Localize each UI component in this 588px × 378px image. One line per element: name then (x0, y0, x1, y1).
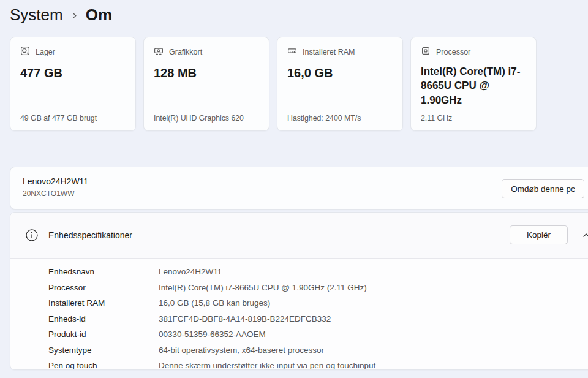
storage-card-header: Lager (20, 46, 126, 58)
gpu-icon (154, 46, 164, 58)
table-row: Processor Intel(R) Core(TM) i7-8665U CPU… (10, 280, 588, 296)
processor-card-value: Intel(R) Core(TM) i7-8665U CPU @ 1.90GHz (421, 64, 526, 107)
storage-card: Lager 477 GB 49 GB af 477 GB brugt (10, 37, 136, 131)
rename-pc-button[interactable]: Omdøb denne pc (502, 179, 584, 198)
info-icon (25, 229, 39, 244)
device-name: Lenovo24H2W11 (23, 176, 88, 186)
spec-value: Denne skærm understøtter ikke input via … (159, 361, 375, 370)
graphics-card-value: 128 MB (154, 66, 259, 80)
spec-value: 381FCF4D-DBF8-4A14-819B-B224EDFCB332 (159, 314, 331, 323)
spec-label: Enheds-id (10, 314, 159, 323)
table-row: Pen og touch Denne skærm understøtter ik… (10, 358, 588, 370)
graphics-card-header: Grafikkort (154, 46, 259, 58)
spec-value: Lenovo24H2W11 (159, 267, 222, 276)
processor-card-label: Processor (436, 48, 470, 56)
spec-label: Pen og touch (10, 361, 159, 370)
storage-icon (20, 46, 30, 58)
processor-card-header: Processor (421, 46, 526, 58)
processor-card: Processor Intel(R) Core(TM) i7-8665U CPU… (410, 37, 537, 131)
spec-value: Intel(R) Core(TM) i7-8665U CPU @ 1.90GHz… (159, 283, 367, 292)
ram-card-label: Installeret RAM (303, 48, 355, 56)
breadcrumb: System Om (10, 2, 112, 27)
chevron-up-icon[interactable] (581, 230, 588, 243)
device-name-bar: Lenovo24H2W11 20NXCTO1WW Omdøb denne pc (10, 167, 588, 210)
graphics-card: Grafikkort 128 MB Intel(R) UHD Graphics … (143, 37, 270, 131)
spec-label: Installeret RAM (10, 298, 159, 308)
table-row: Enheds-id 381FCF4D-DBF8-4A14-819B-B224ED… (10, 311, 588, 327)
spec-label: Produkt-id (10, 330, 159, 339)
table-row: Enhedsnavn Lenovo24H2W11 (10, 264, 588, 280)
breadcrumb-system[interactable]: System (10, 6, 63, 25)
storage-card-caption: 49 GB af 477 GB brugt (20, 114, 128, 123)
storage-card-value: 477 GB (20, 66, 126, 80)
device-specifications-card: Enhedsspecifikationer Kopiér Enhedsnavn … (10, 212, 588, 370)
cpu-icon (421, 46, 431, 58)
spec-value: 64-bit operativsystem, x64-baseret proce… (159, 346, 324, 355)
spec-label: Systemtype (10, 346, 159, 355)
device-specifications-table: Enhedsnavn Lenovo24H2W11 Processor Intel… (10, 259, 588, 370)
table-row: Installeret RAM 16,0 GB (15,8 GB kan bru… (10, 295, 588, 311)
graphics-card-caption: Intel(R) UHD Graphics 620 (154, 114, 262, 123)
spec-label: Enhedsnavn (10, 267, 159, 276)
table-row: Produkt-id 00330-51359-66352-AAOEM (10, 327, 588, 342)
device-model: 20NXCTO1WW (23, 189, 74, 198)
spec-value: 16,0 GB (15,8 GB kan bruges) (159, 298, 270, 308)
page-title: Om (86, 6, 112, 25)
ram-card: Installeret RAM 16,0 GB Hastighed: 2400 … (277, 37, 403, 131)
device-specifications-header[interactable]: Enhedsspecifikationer Kopiér (10, 213, 588, 259)
ram-card-value: 16,0 GB (287, 66, 393, 80)
ram-card-caption: Hastighed: 2400 MT/s (287, 114, 395, 123)
ram-card-header: Installeret RAM (287, 46, 393, 58)
copy-button[interactable]: Kopiér (510, 225, 568, 244)
ram-icon (287, 46, 297, 58)
spec-label: Processor (10, 283, 159, 292)
table-row: Systemtype 64-bit operativsystem, x64-ba… (10, 342, 588, 358)
graphics-card-label: Grafikkort (169, 48, 202, 56)
processor-card-caption: 2.11 GHz (421, 114, 529, 123)
chevron-right-icon (70, 11, 79, 20)
spec-value: 00330-51359-66352-AAOEM (159, 330, 266, 339)
device-specifications-title: Enhedsspecifikationer (48, 230, 132, 240)
storage-card-label: Lager (36, 48, 55, 56)
settings-about-page: System Om Lager 477 GB 49 GB af 477 GB b… (0, 0, 588, 378)
